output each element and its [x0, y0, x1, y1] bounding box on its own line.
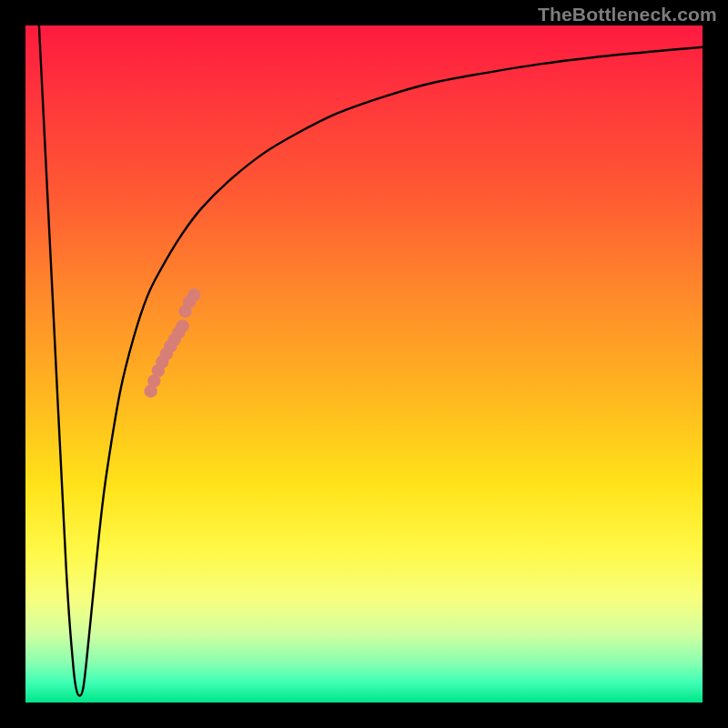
svg-point-8 [176, 319, 188, 332]
curve-svg [25, 25, 703, 703]
watermark-text: TheBottleneck.com [538, 4, 717, 25]
bottleneck-curve [39, 25, 703, 696]
highlight-dots [144, 288, 200, 398]
svg-point-11 [187, 288, 200, 301]
chart-stage: TheBottleneck.com [0, 0, 728, 728]
plot-area [25, 25, 703, 703]
